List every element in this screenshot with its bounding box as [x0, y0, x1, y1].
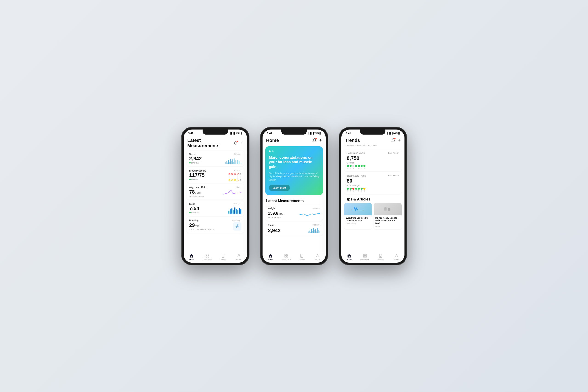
sleep-trend-card[interactable]: Sleep Score (Avg.) Last week › 80 8h09 A… [344, 172, 402, 194]
sleep-dot-m [347, 188, 349, 190]
hr-title: Avg. Heart Rate [189, 186, 206, 188]
status-icons-3: ▐▐▐▐ WiFi ▓ [387, 132, 400, 134]
nav-devices-label-3: Devices [378, 258, 384, 260]
svg-point-23 [396, 254, 397, 256]
bp-card[interactable]: Blood Pressure 9:39AM › 117/75 Optimal [186, 167, 244, 183]
sleep-dot-row [347, 188, 399, 190]
nav-devices-label-2: Devices [298, 258, 305, 260]
steps-trend-card[interactable]: Daily steps (Avg.) Last week › 8,750 5/7… [344, 150, 402, 171]
steps-card-2[interactable]: Steps 9:39AM › 2,942 [265, 222, 323, 236]
wifi-icon-3: WiFi [393, 132, 398, 134]
nav-dashboard-1[interactable]: Dashboard [199, 254, 215, 260]
measurements-scroll-1[interactable]: Steps 9:39AM › 2,942 29% Goal [184, 150, 247, 252]
svg-rect-21 [380, 254, 382, 258]
hr-time: Now › [236, 186, 242, 188]
latest-measurements-title-2: Latest Measurements [262, 197, 326, 204]
svg-point-5 [223, 256, 224, 257]
home-scroll[interactable]: Marc, congratulations on your fat loss a… [262, 144, 326, 252]
add-button-3[interactable]: + [398, 138, 401, 142]
day-w: W [352, 168, 354, 169]
steps-dot-row [347, 165, 399, 167]
bp-value: 117/75 [189, 172, 205, 178]
nav-home-3[interactable]: Home [341, 254, 357, 260]
hero-sub: One of the keys to a good metabolism is … [269, 172, 319, 182]
learn-more-button[interactable]: Learn more [269, 185, 290, 191]
phone-2: 9:41 ▐▐▐▐ WiFi ▓ Home [260, 127, 328, 265]
bottom-nav-3: Home Dashboard [341, 252, 404, 263]
battery-icon: ▓ [241, 132, 242, 134]
svg-rect-19 [363, 256, 364, 257]
steps-trend-link[interactable]: Last week › [388, 152, 399, 154]
notification-dot-1 [236, 140, 238, 142]
nav-home-1[interactable]: Home [184, 254, 200, 260]
sleep-dot-s1 [360, 188, 363, 190]
svg-point-7 [319, 213, 320, 214]
svg-rect-3 [208, 256, 209, 257]
nav-profile-3[interactable]: Profile [389, 254, 404, 260]
weight-value: 159.6 lbs [268, 211, 284, 216]
weight-sub: 14.2% Fat Mass [268, 216, 284, 218]
top-bar-2: Home + [262, 136, 326, 144]
status-icons-1: ▐▐▐▐ WiFi ▓ [229, 132, 242, 134]
wifi-icon-2: WiFi [314, 132, 319, 134]
weight-time: 9:39AM › [312, 207, 320, 209]
sleep-trend-link[interactable]: Last week › [388, 174, 399, 177]
nav-profile-1[interactable]: Profile [231, 254, 247, 260]
running-card[interactable]: Running Yesterday › 29min 5.2km | 10:41m… [186, 217, 244, 233]
phones-container: 9:41 ▐▐▐▐ WiFi ▓ Latest Measurements [182, 127, 407, 265]
notification-dot-3 [394, 138, 396, 140]
bell-button-3[interactable] [391, 138, 396, 143]
nav-devices-3[interactable]: Devices [373, 254, 389, 260]
running-value: 29min [189, 222, 214, 228]
day-t1: T [350, 168, 352, 169]
bp-title: Blood Pressure [189, 170, 206, 172]
screen-3: Trends + Last Week · June 15th – June 21… [341, 136, 404, 263]
nav-profile-2[interactable]: Profile [310, 254, 326, 260]
bell-button-2[interactable] [312, 138, 317, 143]
nav-devices-2[interactable]: Devices [294, 254, 310, 260]
sleep-card[interactable]: Sleep 9:39AM › 7h54 Score: 70 [186, 200, 244, 216]
heart-rate-card[interactable]: Avg. Heart Rate Now › 78bpm Sleep HR: 52… [186, 184, 244, 200]
steps-chart-2 [308, 227, 320, 233]
screen-1: Latest Measurements + [184, 136, 247, 263]
svg-point-14 [317, 254, 318, 256]
article-ecg-image [344, 203, 372, 216]
steps-value: 2,942 [189, 156, 202, 162]
status-icons-2: ▐▐▐▐ WiFi ▓ [308, 132, 321, 134]
nav-profile-label-2: Profile [315, 258, 320, 260]
weight-card[interactable]: Weight 9:39AM › 159.6 lbs 14.2% Fat Mass [265, 205, 323, 221]
sleep-dot-s2 [363, 188, 366, 190]
svg-rect-20 [365, 256, 366, 257]
article-steps[interactable]: Do You Really Need to Walk 10,000 Steps … [374, 203, 402, 230]
article-steps-image [374, 203, 402, 216]
wifi-icon: WiFi [236, 132, 240, 134]
battery-icon-2: ▓ [320, 132, 321, 134]
hr-chart [223, 189, 242, 197]
nav-dashboard-3[interactable]: Dashboard [357, 254, 373, 260]
sleep-title: Sleep [189, 203, 196, 205]
page-title-2: Home [266, 138, 279, 143]
weight-chart [300, 210, 320, 218]
article-ecg-category: Heart health [346, 223, 370, 225]
nav-home-label-1: Home [189, 258, 194, 260]
svg-rect-15 [384, 207, 386, 210]
article-ecg[interactable]: Everything you need to know about ECG He… [344, 203, 372, 230]
steps-card[interactable]: Steps 9:39AM › 2,942 29% Goal [186, 151, 244, 166]
add-button-1[interactable]: + [240, 141, 243, 145]
nav-dashboard-2[interactable]: Dashboard [278, 254, 294, 260]
bell-button-1[interactable] [233, 140, 238, 146]
nav-devices-1[interactable]: Devices [215, 254, 231, 260]
hero-card[interactable]: Marc, congratulations on your fat loss a… [265, 146, 323, 195]
nav-home-2[interactable]: Home [262, 254, 278, 260]
notch-3 [360, 130, 386, 134]
svg-rect-4 [222, 254, 224, 258]
phone-3: 9:41 ▐▐▐▐ WiFi ▓ Trends [339, 127, 407, 265]
nav-dashboard-label-1: Dashboard [203, 258, 212, 260]
trends-scroll[interactable]: Daily steps (Avg.) Last week › 8,750 5/7… [341, 148, 404, 252]
add-button-2[interactable]: + [319, 138, 322, 142]
steps-dot-s2 [363, 165, 366, 167]
steps-dot-w [352, 165, 354, 167]
bottom-nav-2: Home Dashboard [262, 252, 326, 263]
steps-day-labels: M T W T F S S [347, 168, 399, 169]
svg-rect-11 [286, 256, 288, 257]
